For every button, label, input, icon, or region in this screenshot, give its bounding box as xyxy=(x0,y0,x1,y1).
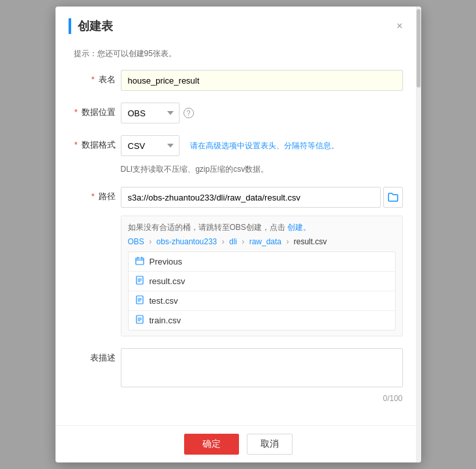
file-name-test: test.csv xyxy=(150,296,178,306)
table-name-input[interactable] xyxy=(121,70,403,91)
description-label: 表描述 xyxy=(74,348,121,364)
required-star-2: * xyxy=(74,107,78,117)
folder-icon xyxy=(388,193,398,202)
required-star: * xyxy=(91,74,95,84)
file-name-result: result.csv xyxy=(150,276,185,286)
table-name-row: * 表名 xyxy=(74,70,403,91)
scrollbar-track xyxy=(416,7,421,462)
required-star-4: * xyxy=(91,191,95,201)
description-control: 0/100 xyxy=(121,348,403,403)
path-input[interactable] xyxy=(121,187,381,208)
modal-header: 创建表 × xyxy=(56,7,421,42)
obs-create-link[interactable]: 创建。 xyxy=(287,223,311,232)
breadcrumb-bucket[interactable]: obs-zhuantou233 xyxy=(157,237,217,246)
data-location-select-wrap: OBS DLI CSS ? xyxy=(121,103,194,123)
file-picker-hint: 如果没有合适的桶，请跳转至OBS创建，点击 创建。 xyxy=(128,221,396,233)
data-location-row: * 数据位置 OBS DLI CSS ? xyxy=(74,103,403,123)
data-format-control: CSV JSON Parquet ORC 请在高级选项中设置表头、分隔符等信息。… xyxy=(121,135,403,175)
table-name-label: * 表名 xyxy=(74,70,121,86)
path-input-wrap xyxy=(121,187,403,208)
close-button[interactable]: × xyxy=(391,18,407,34)
file-list: Previous result.csv xyxy=(128,251,396,331)
data-format-select-wrap: CSV JSON Parquet ORC xyxy=(121,135,180,156)
modal-body: 提示：您还可以创建95张表。 * 表名 * 数据位置 xyxy=(56,42,421,425)
table-name-control xyxy=(121,70,403,91)
file-name-train: train.csv xyxy=(150,315,181,325)
data-format-select[interactable]: CSV JSON Parquet ORC xyxy=(121,135,180,156)
file-name-previous: Previous xyxy=(150,257,183,267)
description-count: 0/100 xyxy=(121,394,403,403)
path-row: * 路径 如果没有合适的桶， xyxy=(74,187,403,336)
file-icon-train xyxy=(135,315,144,326)
data-format-row: * 数据格式 CSV JSON Parquet ORC 请在高级选项中设置表头、… xyxy=(74,135,403,175)
breadcrumb-current: result.csv xyxy=(294,237,327,246)
description-textarea[interactable] xyxy=(121,348,403,387)
list-item[interactable]: result.csv xyxy=(129,272,395,291)
file-picker-section: 如果没有合适的桶，请跳转至OBS创建，点击 创建。 OBS › obs-zhua… xyxy=(121,216,403,336)
path-control: 如果没有合适的桶，请跳转至OBS创建，点击 创建。 OBS › obs-zhua… xyxy=(121,187,403,336)
path-label: * 路径 xyxy=(74,187,121,202)
breadcrumb-raw-data[interactable]: raw_data xyxy=(249,237,281,246)
folder-browse-button[interactable] xyxy=(383,187,403,208)
breadcrumb: OBS › obs-zhuantou233 › dli › raw_data ›… xyxy=(128,237,396,246)
hint-text: 提示：您还可以创建95张表。 xyxy=(74,48,403,59)
file-icon-result xyxy=(135,276,144,287)
list-item[interactable]: train.csv xyxy=(129,311,395,330)
breadcrumb-obs[interactable]: OBS xyxy=(128,237,144,246)
cancel-button[interactable]: 取消 xyxy=(247,434,293,455)
modal-footer: 确定 取消 xyxy=(56,425,421,462)
data-format-label: * 数据格式 xyxy=(74,135,121,151)
data-format-hint: 请在高级选项中设置表头、分隔符等信息。 xyxy=(190,140,339,152)
list-item[interactable]: Previous xyxy=(129,252,395,272)
scrollbar-thumb[interactable] xyxy=(417,9,420,88)
help-icon[interactable]: ? xyxy=(183,108,194,118)
list-item[interactable]: test.csv xyxy=(129,291,395,311)
description-row: 表描述 0/100 xyxy=(74,348,403,403)
modal-title: 创建表 xyxy=(69,18,113,34)
data-location-label: * 数据位置 xyxy=(74,103,121,118)
data-format-sub-hint: DLI支持读取不压缩、gzip压缩的csv数据。 xyxy=(121,164,403,175)
data-location-control: OBS DLI CSS ? xyxy=(121,103,403,123)
file-icon-previous xyxy=(135,256,144,267)
required-star-3: * xyxy=(74,140,78,150)
breadcrumb-dli[interactable]: dli xyxy=(229,237,237,246)
modal-overlay: 创建表 × 提示：您还可以创建95张表。 * 表名 * 数据位置 xyxy=(0,0,476,469)
svg-rect-0 xyxy=(136,258,144,265)
file-icon-test xyxy=(135,295,144,306)
confirm-button[interactable]: 确定 xyxy=(184,434,239,455)
data-location-select[interactable]: OBS DLI CSS xyxy=(121,103,180,123)
create-table-modal: 创建表 × 提示：您还可以创建95张表。 * 表名 * 数据位置 xyxy=(56,7,421,462)
